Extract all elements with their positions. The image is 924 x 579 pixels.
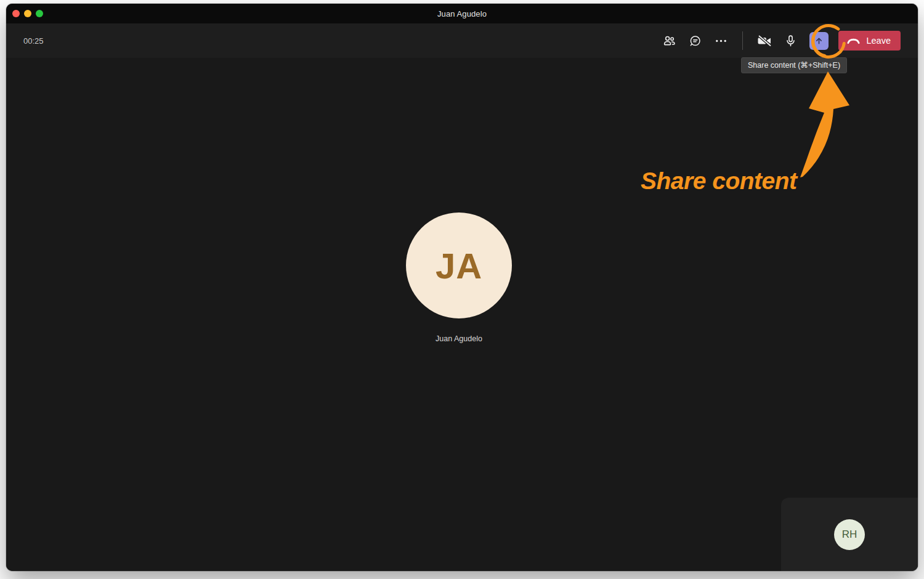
desktop-background: Juan Agudelo 00:25 [0, 0, 924, 579]
ellipsis-icon [714, 34, 728, 48]
participant-avatar: JA [406, 213, 512, 318]
self-view-tile[interactable]: RH [781, 498, 918, 571]
window-title: Juan Agudelo [6, 9, 918, 18]
self-initials: RH [842, 528, 857, 541]
minimize-window-button[interactable] [24, 10, 31, 17]
camera-off-icon [756, 33, 772, 48]
toolbar-divider [742, 31, 743, 50]
share-content-tooltip: Share content (⌘+Shift+E) [741, 57, 847, 73]
leave-button-label: Leave [866, 36, 891, 46]
toolbar-actions: Leave [656, 23, 901, 58]
teams-meeting-window: Juan Agudelo 00:25 [6, 4, 918, 571]
chat-button[interactable] [683, 28, 707, 53]
meeting-timer: 00:25 [23, 36, 44, 46]
close-window-button[interactable] [12, 10, 20, 17]
meeting-stage: JA Juan Agudelo [6, 58, 918, 571]
mic-toggle-button[interactable] [778, 28, 803, 53]
share-arrow-up-icon [814, 36, 824, 46]
microphone-icon [784, 34, 798, 48]
chat-icon [688, 34, 702, 48]
participant-name-label: Juan Agudelo [397, 334, 521, 343]
share-content-button[interactable] [809, 32, 829, 50]
leave-button[interactable]: Leave [838, 31, 901, 51]
more-actions-button[interactable] [708, 28, 733, 53]
participant-initials: JA [436, 245, 482, 286]
participants-button[interactable] [657, 28, 681, 53]
self-avatar: RH [834, 519, 865, 550]
people-icon [662, 34, 676, 48]
traffic-lights [12, 4, 43, 23]
titlebar: Juan Agudelo [6, 4, 918, 23]
fullscreen-window-button[interactable] [36, 10, 43, 17]
camera-toggle-button[interactable] [752, 28, 777, 53]
hangup-phone-icon [846, 37, 861, 45]
meeting-toolbar: 00:25 [6, 23, 918, 58]
